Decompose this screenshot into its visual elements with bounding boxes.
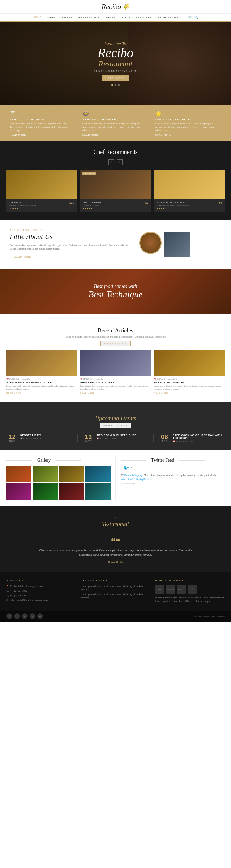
events-title: Upcoming Events — [6, 415, 225, 422]
footer-recent-post-1: Lorem ipsum dolor sit amet, conse ctetur… — [81, 585, 151, 591]
article-coffee-text: Lorem ipsum dolor sit amet, consectetur … — [154, 385, 225, 391]
view-all-events-button[interactable]: VIEW ALL EVENTS — [100, 423, 132, 428]
nav-item-pages[interactable]: PAGES — [105, 16, 116, 19]
gallery-thumb-6[interactable] — [33, 484, 58, 499]
article-card-restaurant: 📅 01/01/2015 ✏ Jane Smith DIEM CERTAM IN… — [80, 350, 151, 394]
hero-tagline: Finest Restaurant In Town — [94, 69, 137, 72]
article-spices-readmore[interactable]: READ MORE — [6, 392, 77, 394]
nav-item-reservation[interactable]: RESERVATION — [78, 16, 100, 19]
cart-icon[interactable]: 🛒 — [188, 16, 192, 19]
gallery-thumb-8[interactable] — [85, 484, 110, 499]
articles-title: Recent Articles — [6, 327, 225, 334]
technique-line2: Best Technique — [88, 289, 142, 300]
award-logo-best: ★BEST★ — [177, 585, 186, 594]
twitter-section: Twitter Feed ‹ 🐦 › RT @remarketingmag: E… — [116, 457, 225, 499]
footer-recent: Recent Posts Lorem ipsum dolor sit amet,… — [81, 579, 151, 604]
article-spices-image — [6, 350, 77, 376]
feature-dining-link[interactable]: READ MORE — [10, 134, 76, 136]
article-card-coffee: 📅 01 May 5 ✏ Jane Smith PARTURIENT MONTE… — [154, 350, 225, 394]
article-coffee-meta: 📅 01 May 5 ✏ Jane Smith — [154, 378, 225, 380]
footer-about-address: 📍 Recibo, 66 street baking, London — [6, 585, 76, 588]
feature-dining: 🍸 Perfect for dining Cras justo odio, da… — [6, 111, 79, 136]
feature-service-link[interactable]: READ MORE — [155, 134, 221, 136]
chef-card-tiramisu-name: TIRAMISU — [9, 201, 74, 204]
nav-item-home[interactable]: HOME — [33, 16, 42, 19]
menu-icon: 🍲 — [82, 111, 148, 117]
chef-card-waffles-stars: ★★★★☆ — [157, 207, 222, 210]
footer-about: About Us 📍 Recibo, 66 street baking, Lon… — [6, 579, 76, 604]
twitter-next-button[interactable]: › — [131, 465, 132, 471]
gallery-twitter-section: Gallery Twitter Feed ‹ 🐦 › RT @remarketi… — [0, 450, 231, 506]
quote-open-icon: ❝❝ — [6, 536, 225, 547]
social-twitter-icon[interactable]: t — [14, 613, 20, 619]
about-learn-more-button[interactable]: LEARN MORE — [10, 254, 36, 260]
nav-item-menu[interactable]: MENU — [47, 16, 57, 19]
feature-dining-text: Cras justo odio, dapibus ac facilisis in… — [10, 122, 76, 132]
articles-subtitle: Fusce metus nibh, pellentesque eu augue … — [51, 335, 180, 339]
social-google-icon[interactable]: g — [22, 613, 28, 619]
tweet-text: RT @remarketingmag: Element media querie… — [121, 473, 225, 480]
view-all-posts-button[interactable]: VIEW ALL POSTS — [100, 341, 130, 346]
chef-card-oatcereal-sub: Blueberries, Caesar — [83, 204, 148, 206]
about-text: Cras justo odio, dapibus ac facilisis in… — [10, 244, 133, 251]
nav-item-shortcodes[interactable]: SHORTCODES — [158, 16, 179, 19]
gallery-thumb-1[interactable] — [6, 466, 31, 482]
article-restaurant-image — [80, 350, 151, 376]
testimonial-text: Etiam porta sem malesuada magna mollis e… — [35, 548, 196, 557]
event-dessert-day: 12 — [6, 434, 18, 440]
testimonial-next-button[interactable]: › — [117, 530, 118, 534]
twitter-prev-button[interactable]: ‹ — [121, 465, 122, 471]
testimonial-section-label: ——— ✦ ——— — [104, 516, 127, 519]
footer-about-phone2: 📞 +44 (0) 456-3576 — [6, 594, 76, 597]
testimonial-title: Testimonial — [6, 521, 225, 527]
nav-item-blog[interactable]: BLOG — [122, 16, 130, 19]
gallery-thumb-3[interactable] — [59, 466, 84, 482]
gallery-thumb-2[interactable] — [33, 466, 58, 482]
article-coffee-title: PARTURIENT MONTES — [154, 381, 225, 384]
events-section: ——— ✦ ——— Upcoming Events VIEW ALL EVENT… — [0, 402, 231, 450]
footer-awards: Award Winning taste FOOD &CO ★BEST★ 🏆 Nu… — [155, 579, 225, 604]
gallery-thumb-4[interactable] — [85, 466, 110, 482]
hero-dot-2[interactable] — [114, 84, 117, 86]
award-logo-taste: taste — [155, 585, 164, 594]
nav-item-features[interactable]: FEATURES — [136, 16, 152, 19]
site-header: Recibo 🌾 — [0, 0, 231, 14]
hero-learn-more-button[interactable]: LEARN MORE — [102, 75, 129, 81]
hero-dot-3[interactable] — [118, 84, 120, 86]
social-linkedin-icon[interactable]: in — [37, 613, 43, 619]
social-pinterest-icon[interactable]: p — [30, 613, 35, 619]
article-card-spices: 📅 01/01/2015 ✏ Jane Smith STANDARD POST … — [6, 350, 77, 394]
article-coffee-image — [154, 350, 225, 376]
chef-card-oatcereal-price: $2 — [145, 201, 148, 204]
nav-item-chefs[interactable]: CHEFS — [62, 16, 72, 19]
footer-about-title: About Us — [6, 579, 76, 582]
logo-icon: 🌾 — [123, 3, 130, 10]
article-restaurant-readmore[interactable]: READ MORE — [80, 392, 151, 394]
social-facebook-icon[interactable]: f — [6, 613, 12, 619]
article-spices-title: STANDARD POST FORMAT TITLE — [6, 381, 77, 384]
footer-bottom: f t g p in © 2015 Recibo. All Rights Res… — [0, 611, 231, 622]
events-section-label: ——— ✦ ——— — [104, 410, 127, 413]
article-coffee-readmore[interactable]: READ MORE — [154, 392, 225, 394]
event-dessert-time: ⏰ 10:00 am - 06:00 pm — [20, 437, 72, 439]
gallery-thumb-5[interactable] — [6, 484, 31, 499]
event-cooking-title: FREE COOKING COURSE DAY WITH THE CHEF! — [173, 434, 225, 439]
gallery-thumb-7[interactable] — [59, 484, 84, 499]
chef-prev-button[interactable]: ‹ — [108, 159, 114, 165]
event-chef-month: NOV — [83, 440, 94, 442]
chef-card-oatcereal-stars: ★★★★★ — [83, 207, 148, 210]
twitter-url-link[interactable]: twitter.http://t.co/4q6plyKYkdm — [121, 478, 151, 480]
event-item-chef: 12 NOV TIPS FROM OUR HEAD CHEF ⏰ 10:00 a… — [83, 434, 148, 442]
event-chef-title: TIPS FROM OUR HEAD CHEF — [97, 434, 148, 437]
feature-menu-link[interactable]: READ MORE — [82, 134, 148, 136]
event-divider-2 — [153, 434, 154, 442]
testimonial-prev-button[interactable]: ‹ — [113, 530, 114, 534]
about-title: Little About Us — [10, 232, 133, 241]
hero-dot-1[interactable] — [111, 84, 113, 86]
twitter-handle-link[interactable]: @remarketingmag — [124, 474, 143, 476]
article-spices-text: Lorem ipsum dolor sit amet, consectetur … — [6, 385, 77, 391]
chef-section-title: Chef Recommends — [6, 149, 225, 155]
search-icon[interactable]: 🔍 — [194, 16, 198, 19]
twitter-title: Twitter Feed — [152, 458, 174, 463]
chef-next-button[interactable]: › — [117, 159, 123, 165]
